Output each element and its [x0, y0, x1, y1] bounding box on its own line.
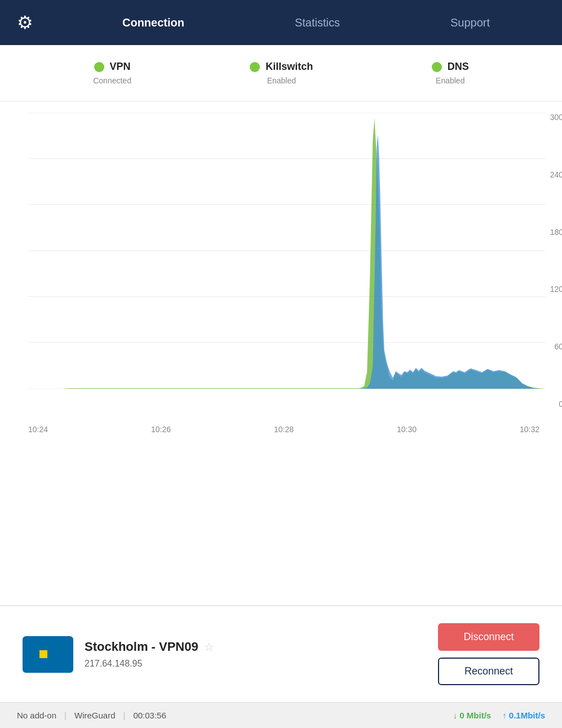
footer: No add-on | WireGuard | 00:03:56 ↓ 0 Mbi…	[0, 702, 562, 728]
chart-y-labels: 300 240 180 120 60 0	[550, 113, 562, 409]
chart-section: 300 240 180 120 60 0 10:24 10:26 10:28 1…	[0, 101, 562, 605]
sep-2: |	[123, 711, 126, 720]
protocol-label: WireGuard	[74, 711, 116, 720]
tab-support[interactable]: Support	[428, 11, 512, 35]
x-label-1032: 10:32	[520, 425, 539, 434]
server-ip: 217.64.148.95	[85, 659, 214, 669]
vpn-dot	[94, 62, 104, 72]
header: ⚙ Connection Statistics Support	[0, 0, 562, 45]
killswitch-label: Killswitch	[265, 61, 313, 73]
speed-download: ↓ 0 Mbit/s	[453, 711, 492, 720]
dns-sub: Enabled	[436, 76, 464, 85]
dns-label: DNS	[448, 61, 469, 73]
flag-bottom	[23, 658, 73, 673]
flag-right	[47, 650, 73, 658]
server-info: Stockholm - VPN09 ☆ 217.64.148.95	[23, 636, 214, 673]
down-arrow-icon: ↓	[453, 711, 458, 720]
server-details: Stockholm - VPN09 ☆ 217.64.148.95	[85, 640, 214, 669]
server-name: Stockholm - VPN09	[85, 640, 198, 654]
tab-statistics[interactable]: Statistics	[272, 11, 362, 35]
killswitch-sub: Enabled	[267, 76, 296, 85]
bottom-section: Stockholm - VPN09 ☆ 217.64.148.95 Discon…	[0, 605, 562, 702]
uptime-label: 00:03:56	[133, 711, 166, 720]
vpn-label: VPN	[110, 61, 131, 73]
status-bar: VPN Connected Killswitch Enabled DNS Ena…	[0, 45, 562, 101]
nav-tabs: Connection Statistics Support	[67, 11, 545, 35]
speed-upload: ↑ 0.1Mbit/s	[502, 711, 545, 720]
y-label-240: 240	[550, 170, 562, 179]
speed-down-value: 0 Mbit/s	[459, 711, 491, 720]
y-label-60: 60	[554, 342, 562, 351]
svg-marker-8	[28, 135, 545, 389]
disconnect-button[interactable]: Disconnect	[438, 623, 539, 651]
x-label-1030: 10:30	[397, 425, 417, 434]
y-label-180: 180	[550, 228, 562, 237]
y-label-300: 300	[550, 113, 562, 122]
flag-top	[23, 636, 73, 651]
sweden-flag	[23, 636, 73, 673]
killswitch-status: Killswitch Enabled	[250, 61, 313, 85]
y-label-120: 120	[550, 285, 562, 294]
sep-1: |	[64, 711, 67, 720]
vpn-sub: Connected	[93, 76, 131, 85]
dns-dot	[432, 62, 442, 72]
footer-speeds: ↓ 0 Mbit/s ↑ 0.1Mbit/s	[453, 711, 545, 720]
speed-up-value: 0.1Mbit/s	[509, 711, 545, 720]
x-label-1024: 10:24	[28, 425, 48, 434]
flag-cross-mid	[39, 650, 47, 658]
x-label-1026: 10:26	[151, 425, 171, 434]
dns-status: DNS Enabled	[432, 61, 469, 85]
up-arrow-icon: ↑	[502, 711, 507, 720]
svg-marker-7	[28, 118, 545, 389]
y-label-0: 0	[559, 399, 562, 409]
tab-connection[interactable]: Connection	[100, 11, 207, 35]
reconnect-button[interactable]: Reconnect	[438, 658, 539, 685]
x-label-1028: 10:28	[274, 425, 294, 434]
chart-container: 300 240 180 120 60 0 10:24 10:26 10:28 1…	[17, 113, 562, 440]
killswitch-dot	[250, 62, 260, 72]
chart-x-labels: 10:24 10:26 10:28 10:30 10:32	[28, 425, 539, 434]
vpn-status: VPN Connected	[93, 61, 131, 85]
flag-left	[23, 650, 39, 658]
server-name-row: Stockholm - VPN09 ☆	[85, 640, 214, 654]
bandwidth-chart	[28, 113, 545, 389]
gear-icon[interactable]: ⚙	[17, 12, 33, 33]
flag-cross-h	[23, 650, 73, 658]
favorite-star-icon[interactable]: ☆	[204, 640, 214, 654]
action-buttons: Disconnect Reconnect	[438, 623, 539, 685]
addon-label: No add-on	[17, 711, 56, 720]
